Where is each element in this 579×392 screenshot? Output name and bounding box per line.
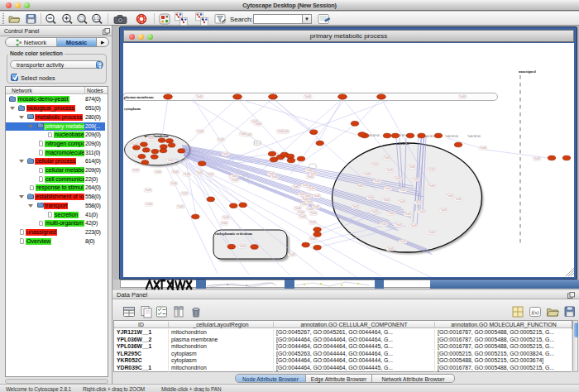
- svg-text:Yxx00: Yxx00: [419, 210, 425, 213]
- svg-text:Yxx00: Yxx00: [404, 213, 411, 216]
- svg-text:Yxx00: Yxx00: [412, 178, 419, 181]
- svg-text:plasma membrane: plasma membrane: [124, 95, 154, 99]
- svg-text:Yxx00: Yxx00: [309, 187, 315, 190]
- svg-text:Yxx00: Yxx00: [304, 194, 311, 198]
- svg-text:Yxx00: Yxx00: [223, 216, 229, 219]
- svg-text:Yxx00: Yxx00: [181, 192, 188, 195]
- svg-text:f(x): f(x): [531, 309, 538, 316]
- svg-text:Yxx00: Yxx00: [386, 169, 393, 172]
- svg-text:1:1: 1:1: [93, 17, 99, 21]
- svg-text:Yxx00: Yxx00: [447, 194, 453, 198]
- svg-text:Yxx00: Yxx00: [409, 165, 415, 169]
- svg-text:cytoplasm: cytoplasm: [124, 107, 141, 111]
- svg-text:Yxx00: Yxx00: [352, 205, 359, 208]
- svg-text:Yxx00: Yxx00: [306, 169, 313, 172]
- svg-text:Yxx00: Yxx00: [371, 163, 378, 166]
- svg-text:Yxx00: Yxx00: [310, 212, 317, 215]
- svg-text:Yx00 GO:00: Yx00 GO:00: [445, 135, 458, 138]
- svg-text:Yxx00: Yxx00: [223, 152, 229, 155]
- svg-text:Yxx00: Yxx00: [147, 136, 154, 140]
- svg-text:Yxx00: Yxx00: [184, 173, 190, 176]
- svg-text:Yxx00: Yxx00: [428, 168, 435, 171]
- svg-text:Yxx00: Yxx00: [384, 156, 390, 160]
- svg-text:Yxx00: Yxx00: [400, 240, 406, 243]
- svg-text:Yxx00: Yxx00: [306, 200, 313, 203]
- svg-text:Yxx00: Yxx00: [145, 189, 151, 192]
- svg-text:Yxx00: Yxx00: [440, 208, 447, 212]
- svg-text:Yxx00: Yxx00: [395, 177, 401, 180]
- svg-text:Yxx00: Yxx00: [364, 173, 371, 176]
- svg-text:Yxx00: Yxx00: [309, 237, 316, 241]
- svg-text:Yxx00: Yxx00: [277, 130, 284, 133]
- svg-text:Yxx00: Yxx00: [239, 245, 246, 248]
- svg-text:Yxx00: Yxx00: [400, 189, 406, 192]
- svg-text:Yxx00: Yxx00: [251, 120, 258, 123]
- svg-text:Yxx00: Yxx00: [268, 172, 275, 175]
- svg-text:Yxx00: Yxx00: [367, 196, 374, 199]
- svg-text:Yxx00: Yxx00: [240, 132, 246, 136]
- svg-text:Yxx00: Yxx00: [399, 200, 405, 203]
- svg-text:Yxx00: Yxx00: [221, 222, 227, 225]
- svg-text:Yxx00: Yxx00: [415, 201, 422, 204]
- svg-text:Yxx00: Yxx00: [196, 171, 203, 174]
- svg-text:Yxx00: Yxx00: [307, 175, 313, 179]
- svg-text:Yxx00: Yxx00: [309, 221, 316, 224]
- svg-text:Yxx00: Yxx00: [146, 203, 152, 206]
- svg-text:Yxx00: Yxx00: [302, 184, 309, 187]
- svg-text:Yxx00: Yxx00: [172, 170, 179, 174]
- svg-text:Yxx00: Yxx00: [455, 198, 462, 201]
- svg-text:Yxx00: Yxx00: [428, 231, 435, 234]
- svg-text:Yxx00: Yxx00: [298, 211, 304, 214]
- svg-text:Yxx00: Yxx00: [271, 175, 278, 179]
- svg-text:Yxx00: Yxx00: [410, 224, 417, 227]
- svg-text:Yxx00: Yxx00: [132, 169, 139, 172]
- svg-text:Yxx00: Yxx00: [170, 182, 177, 185]
- svg-text:Yxx00: Yxx00: [167, 159, 174, 162]
- svg-text:Yxx00: Yxx00: [177, 205, 184, 208]
- svg-text:Yxx00: Yxx00: [388, 212, 395, 215]
- svg-text:Yxx00: Yxx00: [534, 157, 540, 160]
- svg-text:Yxx00: Yxx00: [310, 172, 317, 175]
- svg-text:Yxx00: Yxx00: [383, 198, 390, 202]
- svg-text:Yxx00: Yxx00: [197, 130, 203, 133]
- svg-text:Yxx00: Yxx00: [374, 179, 380, 183]
- svg-text:Yxx00: Yxx00: [307, 208, 313, 211]
- svg-text:Yxx00: Yxx00: [196, 95, 203, 98]
- svg-text:Yxx00: Yxx00: [459, 95, 466, 98]
- svg-text:Yxx00: Yxx00: [304, 95, 311, 98]
- svg-text:Yxx00: Yxx00: [294, 207, 301, 210]
- svg-text:Yxx00: Yxx00: [385, 187, 391, 190]
- svg-text:Yxx00: Yxx00: [232, 179, 238, 182]
- svg-text:Yxx00: Yxx00: [356, 184, 363, 188]
- svg-text:Yxx00: Yxx00: [428, 184, 435, 188]
- svg-text:Yx00 GO:00: Yx00 GO:00: [467, 135, 481, 138]
- svg-text:unassigned: unassigned: [519, 69, 536, 74]
- svg-text:Yxx00: Yxx00: [371, 210, 378, 213]
- svg-text:Yxx00: Yxx00: [395, 223, 402, 227]
- svg-text:Yxx00: Yxx00: [313, 194, 320, 198]
- svg-text:Yxx00: Yxx00: [207, 173, 213, 176]
- svg-text:Yxx00: Yxx00: [299, 215, 306, 218]
- svg-text:Yxx00: Yxx00: [231, 174, 237, 178]
- svg-text:Yxx00: Yxx00: [289, 253, 295, 256]
- svg-text:Yxx00: Yxx00: [155, 170, 161, 174]
- svg-text:Yxx00: Yxx00: [380, 222, 387, 226]
- svg-text:Yxx00: Yxx00: [293, 185, 299, 189]
- svg-text:Yxx00: Yxx00: [218, 138, 224, 141]
- svg-text:Yxx00: Yxx00: [480, 146, 486, 150]
- svg-text:Yxx00: Yxx00: [387, 247, 394, 251]
